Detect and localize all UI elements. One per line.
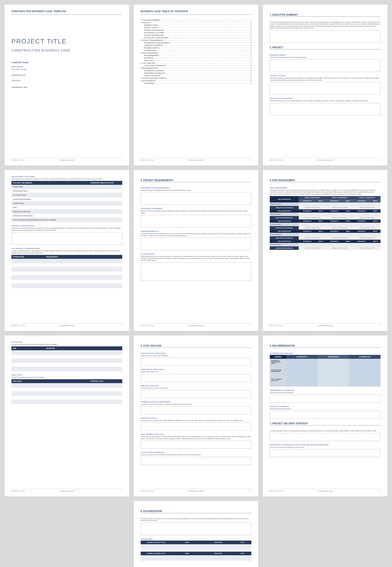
page-footer: [PROJECT TITLE] [Classification Label] 7 — [12, 489, 122, 492]
background-input[interactable] — [270, 103, 380, 116]
footer-class: [Classification Label] — [48, 159, 85, 161]
alt-overview: ALTERNATIVE OVERVIEW — [270, 352, 380, 354]
toc-row: PROJECT SCOPE3 — [141, 27, 251, 28]
toc-row: RISK ASSESSMENT3 — [141, 55, 251, 56]
risk-allow: RISK ALLOWANCES — [141, 385, 251, 387]
governance: PROPOSED GOVERNANCE STRUCTURE AND ACCOUN… — [270, 444, 380, 446]
toc-row: 2. PROJECT3 — [141, 22, 251, 23]
mitigation-table: RISKMITIGATION — [12, 346, 122, 371]
key-stakeholders: KEY PROJECT STAKEHOLDERS — [12, 248, 122, 250]
delivery-input[interactable] — [270, 433, 380, 441]
page-footer: [PROJECT TITLE] [Classification Label] 2 — [141, 158, 251, 161]
risk-costs: RISK COSTS — [12, 374, 122, 376]
page-footer: [PROJECT TITLE] [Classification Label] 8 — [141, 489, 251, 492]
page-6: 4. RISK MANAGEMENT RISK ASSESSMENT Detai… — [263, 170, 387, 331]
page-footer: [PROJECT TITLE] [Classification Label] 6 — [270, 323, 380, 326]
align-input[interactable] — [141, 215, 251, 227]
date: 00/00/0000 — [12, 80, 122, 82]
toc-title: BUSINESS CASE TABLE OF CONTENTS — [141, 10, 251, 13]
page-footer: [PROJECT TITLE] [Classification Label] 5 — [141, 323, 251, 326]
company-name: COMPANY NAME — [12, 61, 122, 64]
toc-row: PREFERRED ALTERNATIVE3 — [141, 72, 251, 74]
exec-desc: An executive summary presents a brief an… — [270, 21, 380, 29]
mitigation: MITIGATION — [12, 341, 122, 343]
sec-delivery: 7. PROJECT DELIVERY STRATEGY — [270, 422, 380, 425]
alternatives: ALTERNATIVES — [141, 253, 251, 255]
page-1: CONSTRUCTION BUSINESS CASE TEMPLATE PROJ… — [5, 5, 129, 166]
ongoing-costs: ONGOING COSTS — [141, 417, 251, 419]
sec-cost: 5. COST ANALYSIS — [141, 344, 251, 347]
risk-allow-input[interactable] — [141, 390, 251, 398]
impacts-input[interactable] — [141, 238, 251, 250]
page-4: ANTICIPATED OUTCOMES Detail specific and… — [5, 170, 129, 331]
project-scope: PROJECT SCOPE — [270, 75, 380, 77]
address: Street Address City, State and Zip — [12, 66, 122, 71]
risk-assessment: RISK ASSESSMENT — [270, 187, 380, 189]
risk-costs-table: RISK EVENTPOTENTIAL COST — [12, 379, 122, 404]
project-subtitle: CONSTRUCTION BUSINESS CASE — [12, 48, 122, 52]
page-10: 8. AUTHORIZATION Formally describe the p… — [134, 501, 258, 567]
funding-input[interactable] — [141, 406, 251, 414]
sec-exec-summary: 1. EXECUTIVE SUMMARY — [270, 14, 380, 16]
toc-row: 3. PROJECT REQUIREMENTS3 — [141, 40, 251, 41]
project-assumptions: PROJECT ASSUMPTIONS — [12, 225, 122, 227]
req-input[interactable] — [141, 192, 251, 205]
pref-alt-input[interactable] — [270, 395, 380, 403]
web-address: webaddress.com — [12, 74, 122, 76]
exec-input[interactable] — [270, 30, 380, 43]
toc-row: STATEMENT OF REQUIREMENTS3 — [141, 42, 251, 44]
assumptions-input[interactable] — [12, 232, 122, 245]
page-footer: [PROJECT TITLE] [Classification Label] 1 — [12, 158, 122, 161]
schedule-input[interactable] — [270, 411, 380, 419]
toc-row: PROJECT ASSUMPTIONS3 — [141, 34, 251, 36]
costs-alt-input[interactable] — [141, 358, 251, 366]
page-3: 1. EXECUTIVE SUMMARY An executive summar… — [263, 5, 387, 166]
sec-auth: 8. AUTHORIZATION — [141, 510, 251, 512]
header-rule — [141, 14, 251, 15]
toc-row: 1. EXECUTIVE SUMMARY3 — [141, 19, 251, 21]
governance-input[interactable] — [270, 449, 380, 457]
infra-input[interactable] — [141, 374, 251, 382]
toc-row: COSTS FOR ALTERNATIVES3 — [141, 65, 251, 66]
cash-flow: CASH FLOW STATEMENTS — [141, 451, 251, 454]
toc-row: KEY PROJECT STAKEHOLDERS3 — [141, 37, 251, 39]
scope-input[interactable] — [270, 82, 380, 95]
doc-header: CONSTRUCTION BUSINESS CASE TEMPLATE — [12, 10, 122, 13]
toc: 1. EXECUTIVE SUMMARY32. PROJECT3 BUSINES… — [141, 19, 251, 84]
sec-risk: 4. RISK MANAGEMENT — [270, 179, 380, 182]
cash-flow-input[interactable] — [141, 457, 251, 465]
alt-overview-table: CRITERIA ALTERNATIVE 1 ALTERNATIVE 2 ALT… — [270, 355, 380, 387]
funding-src: FUNDING SOURCE COMPARISON — [141, 401, 251, 403]
statement-req: STATEMENT OF REQUIREMENTS — [141, 187, 251, 189]
toc-row: BUSINESS IMPACTS3 — [141, 47, 251, 49]
sec-rec: 6. RECOMMENDATION — [270, 344, 380, 347]
toc-row: RISK COSTS3 — [141, 60, 251, 61]
business-needs-input[interactable] — [270, 59, 380, 72]
auth-input[interactable] — [141, 523, 251, 535]
toc-row: 8. AUTHORIZATION3 — [141, 80, 251, 82]
toc-row: 7. PROJECT DELIVERY STRATEGY3 — [141, 77, 251, 79]
costs-alt: COSTS FOR ALTERNATIVES — [141, 352, 251, 354]
page-footer: [PROJECT TITLE] [Classification Label] 9 — [270, 489, 380, 492]
alternatives-input[interactable] — [141, 262, 251, 281]
page-9: 6. RECOMMENDATION ALTERNATIVE OVERVIEW C… — [263, 336, 387, 496]
toc-row: ANTICIPATED OUTCOMES3 — [141, 32, 251, 34]
toc-row: STRATEGIC ALIGNMENT3 — [141, 44, 251, 46]
page-grid: CONSTRUCTION BUSINESS CASE TEMPLATE PROJ… — [5, 5, 387, 567]
signatures: SIGNATURES — [141, 538, 251, 540]
city: City, State and Zip — [12, 68, 122, 71]
page-2: BUSINESS CASE TABLE OF CONTENTS 1. EXECU… — [134, 5, 258, 166]
ongoing-input[interactable] — [141, 423, 251, 430]
toc-row: ALTERNATIVES3 — [141, 50, 251, 51]
page-8: 5. COST ANALYSIS COSTS FOR ALTERNATIVES … — [134, 336, 258, 496]
page-number: 1 — [85, 159, 122, 161]
business-needs: BUSINESS NEEDS — [270, 54, 380, 56]
page-7: MITIGATION For each unacceptable risk, i… — [5, 336, 129, 496]
classification: Classification Label — [12, 86, 122, 88]
cba-input[interactable] — [141, 440, 251, 449]
header-rule — [12, 14, 122, 15]
cost-benefit: COST BENEFIT ANALYSIS — [141, 433, 251, 435]
toc-row: ALTERNATIVE OVERVIEW3 — [141, 70, 251, 71]
toc-row: SIGNATURES3 — [141, 83, 251, 84]
signature-table-2: SIGNING AUTHORITY TITLE NAME SIGNATURE D… — [141, 552, 251, 561]
